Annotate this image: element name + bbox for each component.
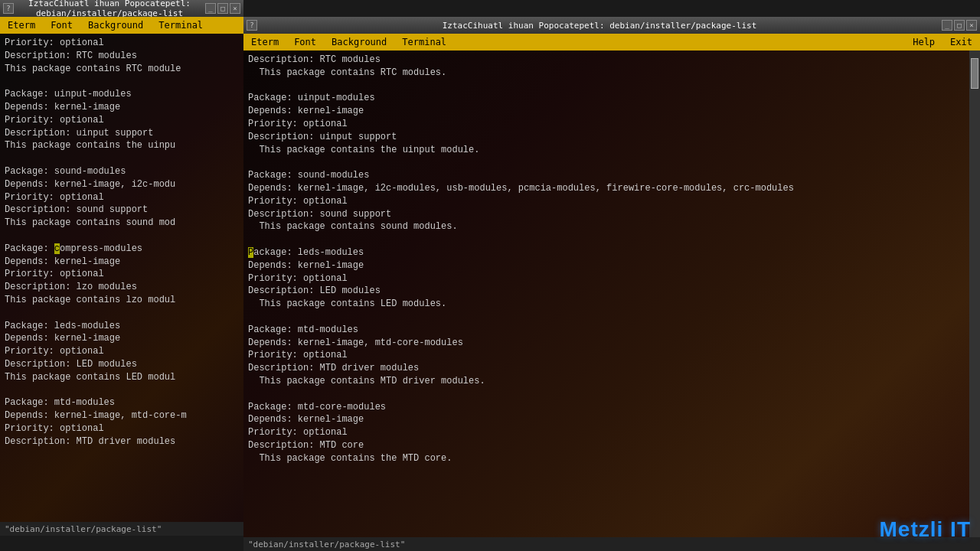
left-win-buttons[interactable]: ? xyxy=(3,3,14,14)
left-window-title: IztacCihuatl ihuan Popocatepetl: debian/… xyxy=(14,0,205,18)
left-titlebar: ? IztacCihuatl ihuan Popocatepetl: debia… xyxy=(0,0,243,17)
right-terminal-content[interactable]: Description: RTC modules This package co… xyxy=(243,51,969,537)
right-terminal-window: ? IztacCihuatl ihuan Popocatepetl: debia… xyxy=(243,17,980,551)
compress-highlight: c xyxy=(54,243,60,254)
left-question-btn[interactable]: ? xyxy=(3,3,14,14)
right-minimize-btn[interactable]: _ xyxy=(942,20,952,31)
left-menu-terminal[interactable]: Terminal xyxy=(154,18,207,32)
right-close-btn[interactable]: × xyxy=(966,20,977,31)
right-menu-eterm[interactable]: Eterm xyxy=(247,35,283,49)
left-minimize-btn[interactable]: _ xyxy=(205,3,216,14)
metzli-logo-text: Metzli IT xyxy=(880,517,971,541)
left-status-text: "debian/installer/package-list" xyxy=(5,524,162,534)
right-window-title: IztacCihuatl ihuan Popocatepetl: debian/… xyxy=(257,21,942,31)
right-win-buttons-left[interactable]: ? xyxy=(247,20,257,31)
left-terminal-window: ? IztacCihuatl ihuan Popocatepetl: debia… xyxy=(0,0,243,536)
left-menubar: Eterm Font Background Terminal xyxy=(0,17,243,34)
left-menu-background[interactable]: Background xyxy=(83,18,148,32)
left-win-controls[interactable]: _ □ × xyxy=(205,3,240,14)
right-win-controls[interactable]: _ □ × xyxy=(942,20,977,31)
left-menu-eterm[interactable]: Eterm xyxy=(3,18,40,32)
right-maximize-btn[interactable]: □ xyxy=(954,20,965,31)
right-menubar: Eterm Font Background Terminal Help Exit xyxy=(243,34,980,51)
right-menu-terminal[interactable]: Terminal xyxy=(397,35,451,49)
right-menu-exit[interactable]: Exit xyxy=(946,35,977,49)
right-scrollbar[interactable] xyxy=(969,51,980,537)
scrollbar-thumb[interactable] xyxy=(971,58,978,89)
left-maximize-btn[interactable]: □ xyxy=(217,3,228,14)
right-question-btn[interactable]: ? xyxy=(247,20,257,31)
right-statusbar: "debian/installer/package-list" xyxy=(243,537,980,551)
right-menu-font[interactable]: Font xyxy=(289,35,321,49)
left-terminal-content[interactable]: Priority: optional Description: RTC modu… xyxy=(0,34,243,522)
left-statusbar: "debian/installer/package-list" xyxy=(0,522,243,536)
package-leds-highlight: P xyxy=(248,247,253,258)
right-titlebar: ? IztacCihuatl ihuan Popocatepetl: debia… xyxy=(243,17,980,34)
left-menu-font[interactable]: Font xyxy=(46,18,77,32)
right-content-area: Description: RTC modules This package co… xyxy=(243,51,980,537)
metzli-logo: Metzli IT xyxy=(880,517,971,542)
right-status-text: "debian/installer/package-list" xyxy=(248,540,405,549)
right-menu-background[interactable]: Background xyxy=(327,35,391,49)
right-menu-help[interactable]: Help xyxy=(908,35,939,49)
left-close-btn[interactable]: × xyxy=(230,3,240,14)
